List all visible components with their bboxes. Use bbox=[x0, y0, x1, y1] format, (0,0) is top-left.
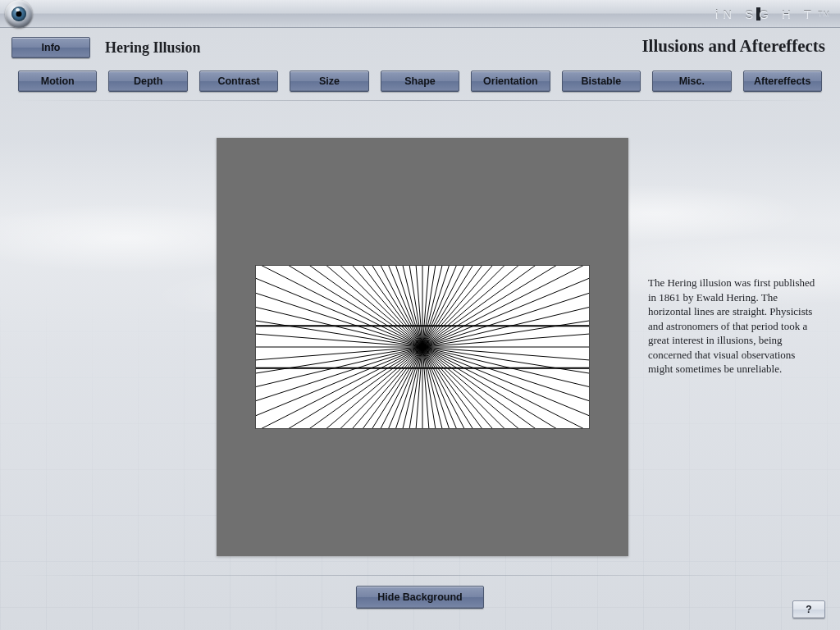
app-logo-icon bbox=[5, 0, 33, 28]
tab-shape[interactable]: Shape bbox=[381, 71, 459, 92]
brand-wordmark: iN S G H TTM bbox=[715, 0, 830, 28]
tab-contrast[interactable]: Contrast bbox=[199, 71, 278, 92]
section-title: Illusions and Aftereffects bbox=[641, 36, 825, 57]
hering-illusion-figure bbox=[255, 265, 590, 429]
illusion-stage bbox=[217, 138, 628, 556]
hide-background-button[interactable]: Hide Background bbox=[356, 586, 484, 609]
tab-misc[interactable]: Misc. bbox=[652, 71, 731, 92]
tab-orientation[interactable]: Orientation bbox=[471, 71, 550, 92]
tab-motion[interactable]: Motion bbox=[18, 71, 97, 92]
tab-size[interactable]: Size bbox=[290, 71, 368, 92]
tab-depth[interactable]: Depth bbox=[108, 71, 187, 92]
illusion-description: The Hering illusion was first published … bbox=[648, 276, 820, 377]
category-tabs: Motion Depth Contrast Size Shape Orienta… bbox=[0, 71, 840, 92]
app-titlebar: iN S G H TTM bbox=[0, 0, 840, 28]
tab-aftereffects[interactable]: Aftereffects bbox=[743, 71, 822, 92]
info-button[interactable]: Info bbox=[11, 37, 90, 58]
help-button[interactable]: ? bbox=[792, 600, 825, 619]
illusion-title: Hering Illusion bbox=[105, 39, 201, 57]
tab-bistable[interactable]: Bistable bbox=[562, 71, 641, 92]
